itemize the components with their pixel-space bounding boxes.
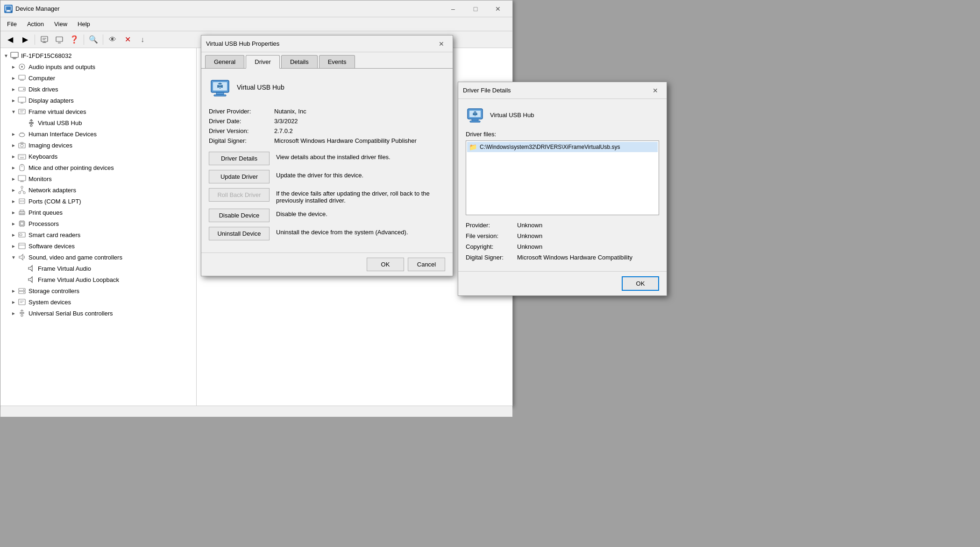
tree-item-hid[interactable]: ► Human Interface Devices — [0, 128, 196, 140]
tab-general[interactable]: General — [205, 55, 244, 68]
tree-item-monitors[interactable]: ► Monitors — [0, 173, 196, 184]
tree-toggle-usb-controllers[interactable]: ► — [10, 309, 17, 317]
driver-details-button[interactable]: Driver Details — [209, 152, 270, 165]
tree-toggle-disk[interactable]: ► — [10, 85, 17, 93]
tree-toggle-network[interactable]: ► — [10, 186, 17, 194]
tree-toggle-sound[interactable]: ▼ — [10, 253, 17, 261]
tree-item-usb-controllers[interactable]: ► Universal Serial Bus controllers — [0, 308, 196, 319]
props-cancel-button[interactable]: Cancel — [408, 258, 445, 271]
audio-device-icon — [27, 264, 36, 273]
menu-file[interactable]: File — [2, 19, 21, 29]
tree-item-print[interactable]: ► Print queues — [0, 207, 196, 218]
tree-toggle-ports[interactable]: ► — [10, 197, 17, 205]
tab-driver[interactable]: Driver — [246, 55, 280, 69]
tree-toggle-audio[interactable]: ► — [10, 63, 17, 70]
tab-events[interactable]: Events — [319, 55, 355, 68]
tree-toggle-smartcard[interactable]: ► — [10, 231, 17, 238]
svg-rect-1 — [7, 10, 10, 11]
toolbar-forward-button[interactable]: ▶ — [18, 33, 32, 46]
props-ok-button[interactable]: OK — [367, 258, 404, 271]
tree-item-system[interactable]: ► System devices — [0, 296, 196, 308]
toolbar-scan-button[interactable]: 🔍 — [86, 33, 100, 46]
tree-toggle-frame[interactable]: ▼ — [10, 108, 17, 115]
toolbar-remove-button[interactable]: ✕ — [121, 33, 135, 46]
tree-toggle-display[interactable]: ► — [10, 97, 17, 104]
dfd-device-name: Virtual USB Hub — [490, 112, 534, 119]
dm-maximize-button[interactable]: □ — [465, 1, 486, 16]
dfd-file-folder-icon: 📁 — [469, 143, 477, 151]
tree-item-keyboard[interactable]: ► Keyboards — [0, 151, 196, 162]
dfd-file-item-0[interactable]: 📁 C:\Windows\system32\DRIVERS\XiFrameVir… — [467, 142, 658, 152]
tree-toggle-software[interactable]: ► — [10, 242, 17, 250]
menu-action[interactable]: Action — [22, 19, 49, 29]
dfd-signer-label: Digital Signer: — [466, 254, 517, 261]
tree-item-mice[interactable]: ► Mice and other pointing devices — [0, 162, 196, 173]
menu-view[interactable]: View — [50, 19, 72, 29]
tree-item-audio-loopback[interactable]: ► Frame Virtual Audio Loopback — [0, 274, 196, 285]
tree-toggle-print[interactable]: ► — [10, 209, 17, 216]
dfd-close-button[interactable]: ✕ — [649, 85, 662, 96]
tree-toggle-hid[interactable]: ► — [10, 130, 17, 138]
dfd-file-list: 📁 C:\Windows\system32\DRIVERS\XiFrameVir… — [466, 140, 659, 215]
svg-rect-86 — [216, 92, 224, 95]
toolbar-properties-button[interactable] — [37, 33, 51, 46]
toolbar-back-button[interactable]: ◀ — [3, 33, 17, 46]
tree-toggle-processors[interactable]: ► — [10, 220, 17, 227]
tab-details[interactable]: Details — [281, 55, 318, 68]
tree-item-storage[interactable]: ► Storage controllers — [0, 285, 196, 296]
dfd-copyright-row: Copyright: Unknown — [466, 243, 659, 250]
imaging-icon — [17, 140, 27, 150]
menu-help[interactable]: Help — [73, 19, 95, 29]
tree-toggle-keyboard[interactable]: ► — [10, 153, 17, 160]
dfd-provider-row: Provider: Unknown — [466, 222, 659, 229]
tree-item-processors[interactable]: ► — [0, 218, 196, 229]
disable-device-button[interactable]: Disable Device — [209, 209, 270, 222]
tree-item-sound[interactable]: ▼ Sound, video and game controllers — [0, 252, 196, 263]
tree-item-frame-audio[interactable]: ► Frame Virtual Audio — [0, 263, 196, 274]
tree-item-frame[interactable]: ▼ Frame virtual devices — [0, 106, 196, 117]
tree-item-virtual-usb[interactable]: ► Virtual USB Hub — [0, 117, 196, 128]
tree-item-smartcard[interactable]: ► Smart card readers — [0, 229, 196, 240]
tree-item-network[interactable]: ► Network adapters — [0, 184, 196, 196]
dfd-ok-button[interactable]: OK — [622, 276, 659, 291]
dfd-body: Virtual USB Hub Driver files: 📁 C:\Windo… — [458, 99, 667, 271]
tree-label-software: Software devices — [28, 243, 75, 250]
tree-toggle-computer[interactable]: ► — [10, 74, 17, 82]
props-close-button[interactable]: ✕ — [435, 38, 448, 49]
tree-toggle-imaging[interactable]: ► — [10, 141, 17, 149]
dm-close-button[interactable]: ✕ — [487, 1, 509, 16]
tree-item-software[interactable]: ► Software devices — [0, 240, 196, 252]
svg-rect-10 — [11, 52, 18, 57]
dm-minimize-button[interactable]: – — [442, 1, 464, 16]
uninstall-device-row: Uninstall Device Uninstall the device fr… — [209, 227, 445, 240]
tree-item-imaging[interactable]: ► Imaging devices — [0, 140, 196, 151]
toolbar-download-button[interactable]: ↓ — [135, 33, 149, 46]
tree-toggle-root[interactable]: ▼ — [2, 52, 10, 59]
network-icon — [17, 185, 27, 195]
tree-item-computer[interactable]: ► Computer — [0, 72, 196, 84]
tree-item-ports[interactable]: ► Ports (COM & LPT) — [0, 196, 196, 207]
disk-icon — [17, 84, 27, 94]
storage-icon — [17, 286, 27, 295]
toolbar-update-button[interactable] — [52, 33, 66, 46]
disable-device-desc: Disable the device. — [276, 209, 445, 217]
tree-label-usb-controllers: Universal Serial Bus controllers — [28, 310, 113, 317]
uninstall-device-button[interactable]: Uninstall Device — [209, 227, 270, 240]
tree-item-display[interactable]: ► Display adapters — [0, 95, 196, 106]
svg-line-46 — [20, 190, 22, 192]
update-driver-button[interactable]: Update Driver — [209, 170, 270, 183]
tree-item-disk[interactable]: ► Disk drives — [0, 84, 196, 95]
update-driver-row: Update Driver Update the driver for this… — [209, 170, 445, 183]
toolbar-help-button[interactable]: ❓ — [67, 33, 81, 46]
tree-item-audio[interactable]: ► Audio inputs and outputs — [0, 61, 196, 72]
roll-back-driver-button[interactable]: Roll Back Driver — [209, 188, 270, 202]
tree-toggle-monitors[interactable]: ► — [10, 175, 17, 182]
svg-rect-22 — [19, 109, 25, 114]
tree-toggle-storage[interactable]: ► — [10, 287, 17, 295]
svg-rect-71 — [19, 243, 25, 249]
tree-toggle-system[interactable]: ► — [10, 298, 17, 306]
tree-toggle-mice[interactable]: ► — [10, 164, 17, 171]
toolbar-show-hidden-button[interactable]: 👁 — [106, 33, 120, 46]
tree-item-root[interactable]: ▼ IF-1FDF15C68032 — [0, 50, 196, 61]
driver-version-label: Driver Version: — [209, 127, 274, 134]
